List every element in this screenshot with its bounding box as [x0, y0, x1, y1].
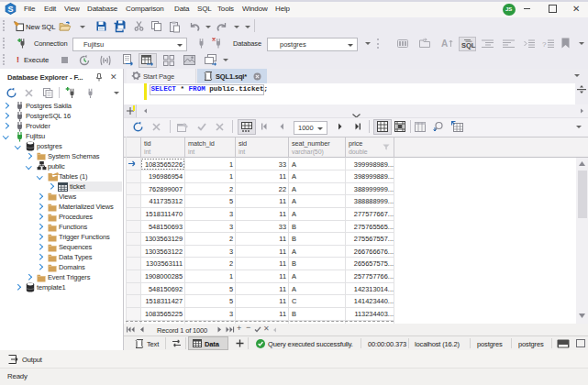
svg-text:A: A — [441, 38, 448, 49]
svg-text:?: ? — [542, 40, 547, 49]
svg-text:SQL: SQL — [461, 41, 476, 50]
svg-text:S: S — [7, 5, 13, 14]
